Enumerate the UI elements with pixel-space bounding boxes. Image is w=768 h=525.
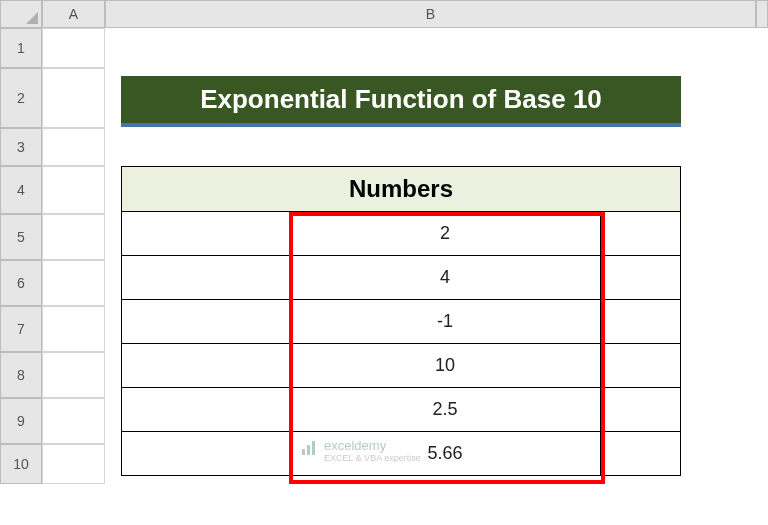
page-title: Exponential Function of Base 10 [121,76,681,127]
cell-a3[interactable] [42,128,105,166]
row-header-2[interactable]: 2 [0,68,42,128]
row-header-1[interactable]: 1 [0,28,42,68]
select-all-corner[interactable] [0,0,42,28]
data-table-area: Numbers 2 4 -1 10 2.5 5.66 [105,166,756,484]
num-cell[interactable]: 2.5 [290,388,601,432]
cell-a9[interactable] [42,398,105,444]
cell-a1[interactable] [42,28,105,68]
cell-b3[interactable] [105,128,756,166]
col-header-right[interactable] [756,0,768,28]
cell-a5[interactable] [42,214,105,260]
num-cell[interactable]: 4 [290,256,601,300]
row-header-10[interactable]: 10 [0,444,42,484]
col-header-a[interactable]: A [42,0,105,28]
table-header: Numbers [122,167,681,212]
num-cell[interactable]: 5.66 [290,432,601,476]
title-banner-cell[interactable]: Exponential Function of Base 10 [105,68,756,128]
cell-a4[interactable] [42,166,105,214]
num-cell[interactable]: -1 [290,300,601,344]
row-header-5[interactable]: 5 [0,214,42,260]
numbers-table: Numbers 2 4 -1 10 2.5 5.66 [121,166,681,476]
table-row: 10 [122,344,681,388]
row-header-8[interactable]: 8 [0,352,42,398]
cell-a8[interactable] [42,352,105,398]
num-cell[interactable]: 2 [290,212,601,256]
spreadsheet-grid: A B 1 2 Exponential Function of Base 10 … [0,0,768,484]
cell-a2[interactable] [42,68,105,128]
row-header-3[interactable]: 3 [0,128,42,166]
table-row: 4 [122,256,681,300]
row-header-9[interactable]: 9 [0,398,42,444]
cell-b1[interactable] [105,28,756,68]
row-header-4[interactable]: 4 [0,166,42,214]
table-row: -1 [122,300,681,344]
row-header-7[interactable]: 7 [0,306,42,352]
row-header-6[interactable]: 6 [0,260,42,306]
cell-a6[interactable] [42,260,105,306]
cell-a10[interactable] [42,444,105,484]
table-row: 2.5 [122,388,681,432]
cell-a7[interactable] [42,306,105,352]
col-header-b[interactable]: B [105,0,756,28]
table-row: 5.66 [122,432,681,476]
table-row: 2 [122,212,681,256]
num-cell[interactable]: 10 [290,344,601,388]
